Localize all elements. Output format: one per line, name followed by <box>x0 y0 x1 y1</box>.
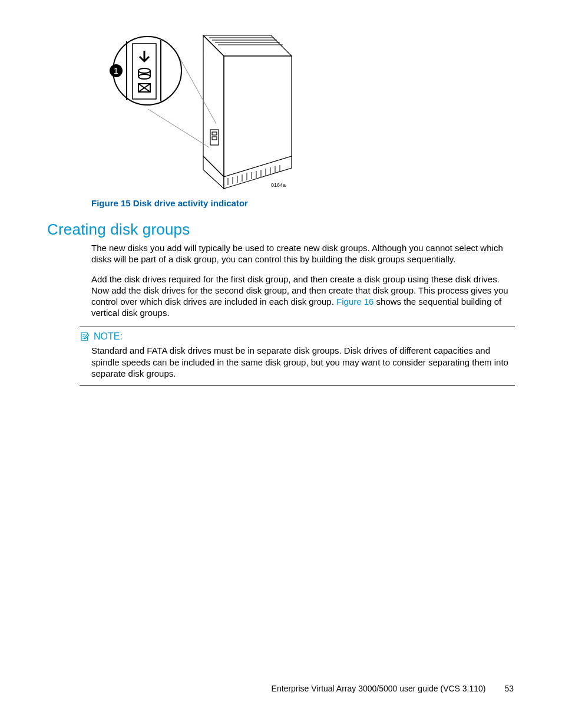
page-number: 53 <box>504 684 514 694</box>
paragraph-1: The new disks you add will typically be … <box>91 242 515 265</box>
figure-16-link[interactable]: Figure 16 <box>336 297 373 307</box>
figure-caption-label: Figure 15 <box>91 198 131 208</box>
page-footer: Enterprise Virtual Array 3000/5000 user … <box>272 684 514 694</box>
note-label: NOTE: <box>94 331 123 342</box>
figure-block: 1 0164a Figure 15 Disk drive activity in… <box>91 24 515 209</box>
note-body: Standard and FATA disk drives must be in… <box>91 345 515 379</box>
svg-line-20 <box>148 109 209 147</box>
section-heading: Creating disk groups <box>47 220 515 239</box>
figure-image: 1 0164a <box>91 24 297 195</box>
figure-callout-1: 1 <box>114 66 118 75</box>
figure-caption-title: Disk drive activity indicator <box>133 198 248 208</box>
svg-point-21 <box>113 37 181 105</box>
figure-reference-code: 0164a <box>271 182 286 189</box>
note-icon <box>80 331 90 342</box>
paragraph-2: Add the disk drives required for the fir… <box>91 274 515 319</box>
footer-title: Enterprise Virtual Array 3000/5000 user … <box>272 684 486 693</box>
note-block: NOTE: Standard and FATA disk drives must… <box>80 327 515 386</box>
svg-line-19 <box>178 56 216 124</box>
figure-caption: Figure 15 Disk drive activity indicator <box>91 198 515 209</box>
